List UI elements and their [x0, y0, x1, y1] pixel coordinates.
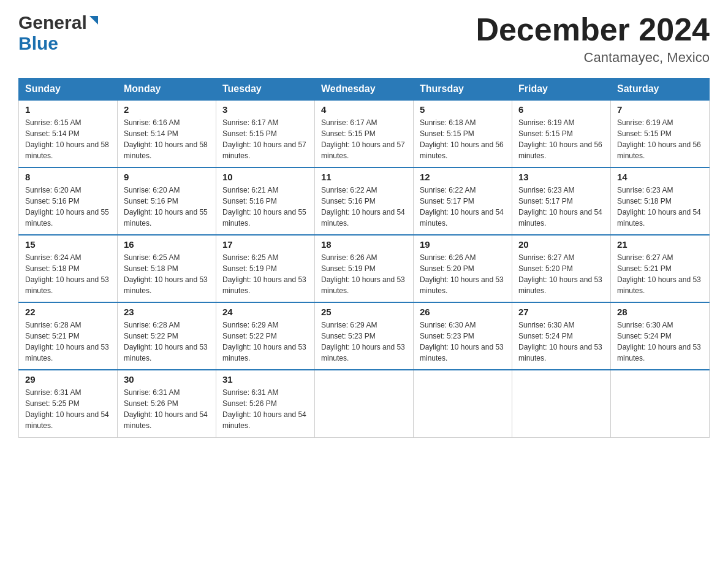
col-tuesday: Tuesday [216, 79, 315, 101]
table-row [611, 370, 710, 437]
day-number: 15 [25, 239, 111, 250]
day-number: 19 [420, 239, 506, 250]
day-info: Sunrise: 6:27 AMSunset: 5:21 PMDaylight:… [617, 252, 703, 296]
day-info: Sunrise: 6:15 AMSunset: 5:14 PMDaylight:… [25, 117, 111, 161]
table-row [512, 370, 611, 437]
table-row: 25Sunrise: 6:29 AMSunset: 5:23 PMDayligh… [315, 302, 414, 370]
day-number: 18 [321, 239, 407, 250]
page-header: General Blue December 2024 Cantamayec, M… [18, 12, 710, 66]
day-info: Sunrise: 6:17 AMSunset: 5:15 PMDaylight:… [321, 117, 407, 161]
calendar-week-row: 8Sunrise: 6:20 AMSunset: 5:16 PMDaylight… [19, 167, 710, 235]
col-sunday: Sunday [19, 79, 118, 101]
day-number: 24 [222, 307, 308, 317]
table-row: 8Sunrise: 6:20 AMSunset: 5:16 PMDaylight… [19, 167, 118, 235]
day-number: 2 [124, 104, 210, 115]
table-row: 11Sunrise: 6:22 AMSunset: 5:16 PMDayligh… [315, 167, 414, 235]
day-number: 3 [222, 104, 308, 115]
day-info: Sunrise: 6:19 AMSunset: 5:15 PMDaylight:… [518, 117, 604, 161]
day-number: 1 [25, 104, 111, 115]
day-number: 17 [222, 239, 308, 250]
table-row: 13Sunrise: 6:23 AMSunset: 5:17 PMDayligh… [512, 167, 611, 235]
day-number: 9 [124, 172, 210, 182]
col-thursday: Thursday [414, 79, 512, 101]
logo-triangle-icon [87, 13, 100, 29]
table-row [315, 370, 414, 437]
day-number: 28 [617, 307, 703, 317]
day-info: Sunrise: 6:31 AMSunset: 5:26 PMDaylight:… [222, 387, 308, 431]
day-info: Sunrise: 6:20 AMSunset: 5:16 PMDaylight:… [25, 185, 111, 229]
table-row: 16Sunrise: 6:25 AMSunset: 5:18 PMDayligh… [118, 235, 216, 302]
table-row: 27Sunrise: 6:30 AMSunset: 5:24 PMDayligh… [512, 302, 611, 370]
day-info: Sunrise: 6:29 AMSunset: 5:22 PMDaylight:… [222, 320, 308, 364]
day-number: 20 [518, 239, 604, 250]
title-section: December 2024 Cantamayec, Mexico [476, 12, 710, 66]
day-info: Sunrise: 6:20 AMSunset: 5:16 PMDaylight:… [124, 185, 210, 229]
calendar-header-row: Sunday Monday Tuesday Wednesday Thursday… [19, 79, 710, 101]
table-row: 24Sunrise: 6:29 AMSunset: 5:22 PMDayligh… [216, 302, 315, 370]
day-number: 12 [420, 172, 506, 182]
logo-blue-text: Blue [18, 33, 58, 53]
day-info: Sunrise: 6:25 AMSunset: 5:19 PMDaylight:… [222, 252, 308, 296]
day-number: 14 [617, 172, 703, 182]
table-row: 9Sunrise: 6:20 AMSunset: 5:16 PMDaylight… [118, 167, 216, 235]
logo-general-text: General [18, 12, 87, 33]
calendar-week-row: 29Sunrise: 6:31 AMSunset: 5:25 PMDayligh… [19, 370, 710, 437]
table-row: 12Sunrise: 6:22 AMSunset: 5:17 PMDayligh… [414, 167, 512, 235]
table-row: 1Sunrise: 6:15 AMSunset: 5:14 PMDaylight… [19, 100, 118, 167]
table-row: 7Sunrise: 6:19 AMSunset: 5:15 PMDaylight… [611, 100, 710, 167]
day-number: 7 [617, 104, 703, 115]
day-info: Sunrise: 6:30 AMSunset: 5:23 PMDaylight:… [420, 320, 506, 364]
day-number: 26 [420, 307, 506, 317]
svg-marker-0 [89, 16, 98, 25]
table-row: 26Sunrise: 6:30 AMSunset: 5:23 PMDayligh… [414, 302, 512, 370]
day-info: Sunrise: 6:23 AMSunset: 5:17 PMDaylight:… [518, 185, 604, 229]
table-row: 14Sunrise: 6:23 AMSunset: 5:18 PMDayligh… [611, 167, 710, 235]
table-row: 20Sunrise: 6:27 AMSunset: 5:20 PMDayligh… [512, 235, 611, 302]
table-row: 22Sunrise: 6:28 AMSunset: 5:21 PMDayligh… [19, 302, 118, 370]
location-text: Cantamayec, Mexico [476, 50, 710, 66]
table-row: 17Sunrise: 6:25 AMSunset: 5:19 PMDayligh… [216, 235, 315, 302]
table-row: 30Sunrise: 6:31 AMSunset: 5:26 PMDayligh… [118, 370, 216, 437]
table-row: 3Sunrise: 6:17 AMSunset: 5:15 PMDaylight… [216, 100, 315, 167]
calendar-week-row: 15Sunrise: 6:24 AMSunset: 5:18 PMDayligh… [19, 235, 710, 302]
table-row: 6Sunrise: 6:19 AMSunset: 5:15 PMDaylight… [512, 100, 611, 167]
calendar-week-row: 1Sunrise: 6:15 AMSunset: 5:14 PMDaylight… [19, 100, 710, 167]
day-number: 11 [321, 172, 407, 182]
day-info: Sunrise: 6:22 AMSunset: 5:17 PMDaylight:… [420, 185, 506, 229]
table-row: 31Sunrise: 6:31 AMSunset: 5:26 PMDayligh… [216, 370, 315, 437]
day-info: Sunrise: 6:26 AMSunset: 5:20 PMDaylight:… [420, 252, 506, 296]
day-info: Sunrise: 6:17 AMSunset: 5:15 PMDaylight:… [222, 117, 308, 161]
day-info: Sunrise: 6:21 AMSunset: 5:16 PMDaylight:… [222, 185, 308, 229]
table-row: 4Sunrise: 6:17 AMSunset: 5:15 PMDaylight… [315, 100, 414, 167]
day-info: Sunrise: 6:31 AMSunset: 5:25 PMDaylight:… [25, 387, 111, 431]
col-wednesday: Wednesday [315, 79, 414, 101]
calendar-week-row: 22Sunrise: 6:28 AMSunset: 5:21 PMDayligh… [19, 302, 710, 370]
day-info: Sunrise: 6:25 AMSunset: 5:18 PMDaylight:… [124, 252, 210, 296]
day-number: 25 [321, 307, 407, 317]
day-number: 23 [124, 307, 210, 317]
day-number: 10 [222, 172, 308, 182]
col-saturday: Saturday [611, 79, 710, 101]
day-info: Sunrise: 6:28 AMSunset: 5:21 PMDaylight:… [25, 320, 111, 364]
table-row: 5Sunrise: 6:18 AMSunset: 5:15 PMDaylight… [414, 100, 512, 167]
table-row: 28Sunrise: 6:30 AMSunset: 5:24 PMDayligh… [611, 302, 710, 370]
day-info: Sunrise: 6:26 AMSunset: 5:19 PMDaylight:… [321, 252, 407, 296]
day-number: 30 [124, 374, 210, 385]
day-info: Sunrise: 6:19 AMSunset: 5:15 PMDaylight:… [617, 117, 703, 161]
col-friday: Friday [512, 79, 611, 101]
day-number: 21 [617, 239, 703, 250]
table-row: 15Sunrise: 6:24 AMSunset: 5:18 PMDayligh… [19, 235, 118, 302]
day-number: 8 [25, 172, 111, 182]
logo: General Blue [18, 12, 100, 54]
table-row: 2Sunrise: 6:16 AMSunset: 5:14 PMDaylight… [118, 100, 216, 167]
table-row: 19Sunrise: 6:26 AMSunset: 5:20 PMDayligh… [414, 235, 512, 302]
day-info: Sunrise: 6:30 AMSunset: 5:24 PMDaylight:… [518, 320, 604, 364]
day-info: Sunrise: 6:23 AMSunset: 5:18 PMDaylight:… [617, 185, 703, 229]
table-row: 29Sunrise: 6:31 AMSunset: 5:25 PMDayligh… [19, 370, 118, 437]
table-row: 18Sunrise: 6:26 AMSunset: 5:19 PMDayligh… [315, 235, 414, 302]
day-number: 6 [518, 104, 604, 115]
day-info: Sunrise: 6:28 AMSunset: 5:22 PMDaylight:… [124, 320, 210, 364]
table-row: 21Sunrise: 6:27 AMSunset: 5:21 PMDayligh… [611, 235, 710, 302]
day-info: Sunrise: 6:27 AMSunset: 5:20 PMDaylight:… [518, 252, 604, 296]
day-number: 16 [124, 239, 210, 250]
